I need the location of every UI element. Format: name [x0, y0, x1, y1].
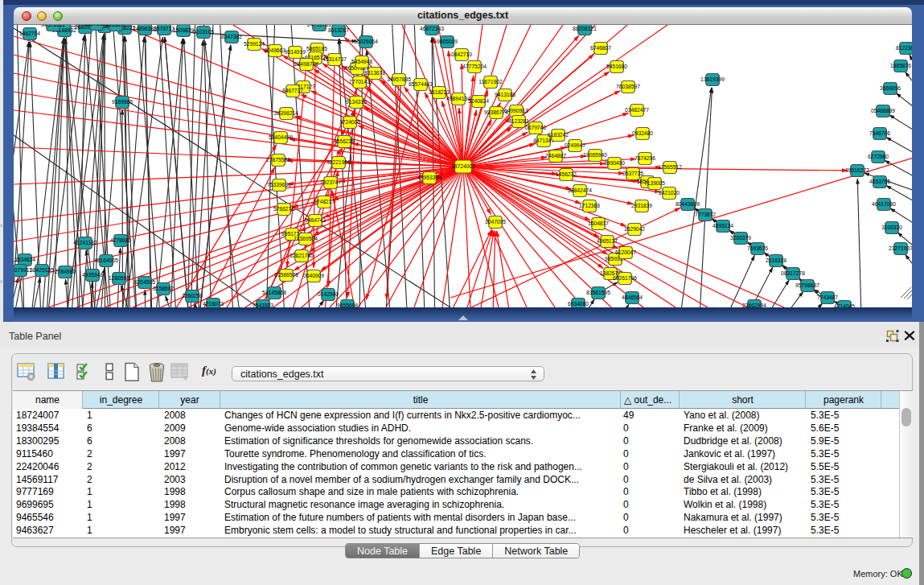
svg-text:3518233: 3518233 — [429, 89, 450, 95]
svg-text:8467737: 8467737 — [282, 88, 303, 93]
svg-text:7346706: 7346706 — [869, 130, 890, 136]
svg-text:3529042: 3529042 — [624, 226, 645, 232]
svg-text:4653755: 4653755 — [869, 179, 890, 184]
svg-text:9049663: 9049663 — [265, 47, 285, 53]
svg-text:45314737: 45314737 — [322, 56, 347, 62]
svg-text:4935348: 4935348 — [82, 272, 103, 278]
svg-text:2784980: 2784980 — [55, 269, 76, 274]
svg-text:9805009: 9805009 — [437, 39, 458, 44]
svg-text:80443699: 80443699 — [676, 201, 700, 207]
svg-text:76038597: 76038597 — [616, 84, 640, 89]
svg-text:38425135: 38425135 — [30, 267, 54, 273]
svg-text:7773872: 7773872 — [695, 212, 716, 217]
svg-text:8421020: 8421020 — [659, 190, 680, 196]
svg-text:1456232: 1456232 — [556, 171, 577, 177]
svg-text:58404499: 58404499 — [269, 134, 293, 140]
svg-text:8122362: 8122362 — [896, 45, 912, 51]
svg-text:23662994: 23662994 — [742, 303, 766, 307]
svg-text:46417080: 46417080 — [872, 201, 896, 207]
svg-text:54145868: 54145868 — [262, 290, 286, 295]
svg-text:03482477: 03482477 — [625, 107, 649, 113]
svg-text:7874296: 7874296 — [634, 155, 655, 161]
svg-text:6272980: 6272980 — [868, 154, 889, 159]
svg-text:92221969: 92221969 — [326, 159, 351, 165]
svg-text:5766270: 5766270 — [273, 206, 294, 212]
svg-text:7923747: 7923747 — [320, 179, 341, 185]
svg-text:49894134: 49894134 — [446, 96, 470, 101]
svg-text:0748217: 0748217 — [314, 199, 335, 204]
svg-text:5451680: 5451680 — [606, 64, 627, 69]
svg-text:9464743: 9464743 — [305, 217, 326, 223]
svg-text:3158692: 3158692 — [153, 286, 174, 291]
svg-text:27875588: 27875588 — [266, 157, 290, 163]
svg-text:11671902: 11671902 — [478, 79, 503, 84]
svg-text:28498776: 28498776 — [294, 61, 318, 67]
svg-text:41241182: 41241182 — [73, 240, 97, 245]
svg-text:9134316: 9134316 — [346, 99, 367, 105]
svg-text:08317278: 08317278 — [781, 270, 805, 276]
svg-text:x: x — [183, 373, 187, 381]
svg-text:0679740: 0679740 — [525, 125, 546, 130]
svg-text:3669096: 3669096 — [880, 85, 901, 91]
svg-text:5865185: 5865185 — [306, 46, 327, 51]
svg-text:18724007: 18724007 — [451, 163, 475, 169]
svg-text:71369594: 71369594 — [294, 236, 318, 241]
svg-text:1280598: 1280598 — [109, 275, 129, 281]
svg-text:23271937: 23271937 — [889, 245, 912, 251]
svg-text:05466889: 05466889 — [871, 108, 895, 113]
svg-text:2260256: 2260256 — [182, 293, 203, 299]
svg-text:4556238: 4556238 — [334, 138, 355, 144]
svg-text:1509839: 1509839 — [173, 27, 194, 33]
svg-text:0142940: 0142940 — [318, 291, 339, 297]
svg-text:64990913: 64990913 — [504, 108, 528, 113]
svg-text:0537735: 0537735 — [622, 171, 643, 176]
svg-text:02621745: 02621745 — [290, 253, 314, 258]
svg-text:4123281: 4123281 — [508, 118, 529, 124]
svg-text:3200379: 3200379 — [730, 235, 751, 241]
svg-text:5240824: 5240824 — [468, 98, 489, 104]
svg-text:3990490: 3990490 — [604, 160, 625, 166]
svg-text:69261796: 69261796 — [613, 275, 637, 281]
svg-text:3100330: 3100330 — [881, 225, 902, 230]
svg-text:8347382: 8347382 — [221, 34, 242, 39]
svg-text:7464887: 7464887 — [545, 153, 566, 159]
svg-text:4965137: 4965137 — [597, 238, 618, 244]
svg-text:8013267: 8013267 — [328, 27, 349, 33]
svg-text:2931839: 2931839 — [631, 203, 652, 208]
svg-text:34957885: 34957885 — [387, 76, 411, 82]
svg-text:4216073: 4216073 — [203, 301, 224, 307]
svg-text:26398214: 26398214 — [274, 110, 298, 116]
svg-text:8313678: 8313678 — [364, 70, 385, 76]
svg-text:95798687: 95798687 — [795, 282, 819, 288]
svg-text:6578713: 6578713 — [154, 26, 175, 31]
svg-text:7743487: 7743487 — [817, 295, 838, 300]
svg-text:7770143: 7770143 — [349, 79, 370, 84]
svg-text:6120047: 6120047 — [615, 249, 636, 255]
svg-text:47775204: 47775204 — [462, 64, 487, 69]
svg-text:6204505: 6204505 — [134, 279, 155, 285]
svg-text:19065940: 19065940 — [583, 152, 607, 158]
svg-text:7693676: 7693676 — [747, 245, 768, 251]
svg-text:4714345: 4714345 — [834, 303, 855, 307]
svg-text:88208121: 88208121 — [573, 26, 597, 31]
svg-text:97376311: 97376311 — [41, 25, 65, 27]
svg-text:1333872: 1333872 — [105, 25, 126, 27]
svg-text:4846564: 4846564 — [622, 295, 643, 300]
svg-text:13619399: 13619399 — [700, 76, 725, 82]
svg-text:3534624: 3534624 — [14, 257, 35, 262]
svg-text:46872343: 46872343 — [420, 26, 444, 31]
svg-text:6746807: 6746807 — [590, 45, 611, 51]
svg-text:0103105: 0103105 — [193, 29, 214, 35]
svg-text:9413186: 9413186 — [495, 92, 515, 97]
svg-text:85574443: 85574443 — [409, 81, 433, 87]
svg-text:75339636: 75339636 — [267, 182, 291, 187]
svg-text:5299124: 5299124 — [244, 41, 265, 47]
svg-text:1724005: 1724005 — [339, 119, 360, 125]
svg-text:99016272: 99016272 — [845, 167, 869, 173]
svg-text:0249947: 0249947 — [565, 142, 585, 148]
svg-text:0842710: 0842710 — [451, 51, 472, 57]
svg-text:58842474: 58842474 — [568, 187, 592, 193]
svg-text:1047095: 1047095 — [485, 219, 506, 225]
svg-text:5454948: 5454948 — [351, 59, 372, 64]
svg-text:7139005: 7139005 — [644, 180, 665, 186]
